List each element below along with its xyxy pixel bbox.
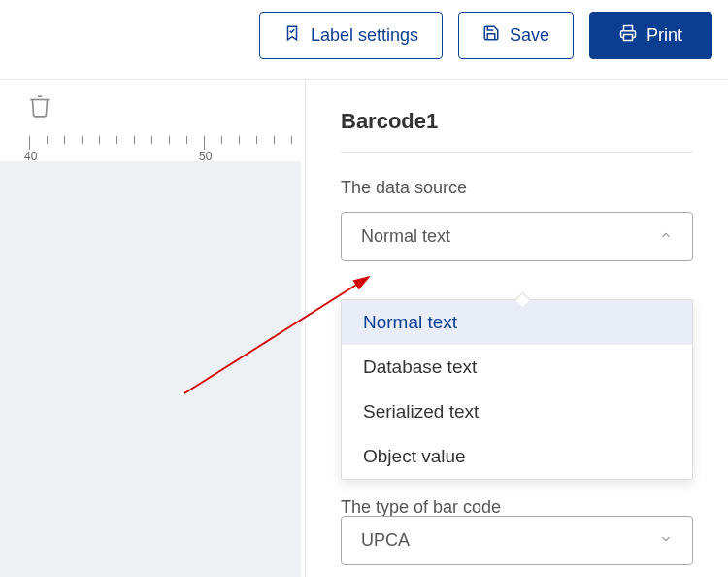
- dropdown-option-serialized-text[interactable]: Serialized text: [342, 390, 692, 434]
- save-text: Save: [510, 25, 549, 46]
- divider: [341, 152, 693, 153]
- data-source-select[interactable]: Normal text: [341, 212, 693, 261]
- dropdown-option-database-text[interactable]: Database text: [342, 345, 692, 390]
- properties-panel: Barcode1 The data source Normal text Nor…: [305, 80, 728, 577]
- chevron-up-icon: [659, 226, 673, 247]
- left-panel: 40 50: [0, 80, 305, 577]
- print-icon: [619, 24, 637, 47]
- svg-rect-0: [623, 35, 632, 41]
- barcode-type-value: UPCA: [361, 530, 410, 551]
- print-button[interactable]: Print: [589, 12, 712, 59]
- chevron-down-icon: [659, 530, 673, 551]
- label-settings-button[interactable]: Label settings: [259, 12, 443, 59]
- bookmark-icon: [283, 24, 301, 47]
- print-text: Print: [646, 25, 682, 46]
- data-source-value: Normal text: [361, 226, 450, 247]
- trash-icon[interactable]: [27, 93, 52, 122]
- canvas-area[interactable]: [0, 161, 301, 577]
- dropdown-option-normal-text[interactable]: Normal text: [342, 300, 692, 345]
- save-button[interactable]: Save: [458, 12, 574, 59]
- data-source-label: The data source: [341, 178, 693, 198]
- toolbar: Label settings Save Print: [0, 0, 728, 80]
- data-source-dropdown: Normal text Database text Serialized tex…: [341, 299, 693, 480]
- panel-title: Barcode1: [341, 109, 693, 134]
- save-icon: [482, 24, 500, 47]
- barcode-type-label: The type of bar code: [341, 497, 501, 518]
- content: 40 50 Barcode1 The d: [0, 80, 728, 577]
- barcode-type-select[interactable]: UPCA: [341, 516, 693, 565]
- dropdown-option-object-value[interactable]: Object value: [342, 434, 692, 479]
- label-settings-text: Label settings: [311, 25, 418, 46]
